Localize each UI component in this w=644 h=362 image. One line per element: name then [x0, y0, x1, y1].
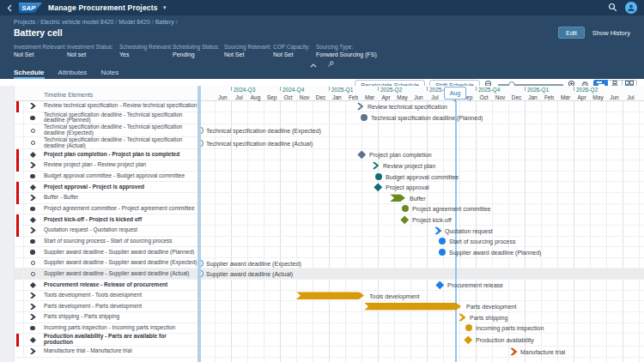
back-icon[interactable] [7, 4, 13, 12]
gantt-row[interactable]: Project kick-off [201, 214, 644, 226]
tab-attributes[interactable]: Attributes [58, 69, 88, 79]
gantt-marker[interactable] [439, 238, 446, 244]
gantt-row[interactable]: Review project plan [201, 160, 644, 172]
table-row[interactable]: Supplier award deadline - Supplier award… [15, 268, 197, 280]
gantt-marker[interactable] [361, 114, 368, 121]
gantt-row[interactable]: Project approval [201, 182, 644, 193]
quarter-label: 2025-Q1 [331, 87, 353, 93]
table-row[interactable]: Review technical specification - Review … [15, 101, 197, 112]
table-row[interactable]: Quotation request - Quotation request [15, 226, 197, 237]
breadcrumb-link[interactable]: Battery [155, 19, 174, 25]
gantt-marker[interactable] [465, 337, 471, 343]
pin-icon[interactable] [327, 56, 334, 71]
table-row[interactable]: Start of sourcing process - Start of sou… [15, 237, 197, 248]
table-row[interactable]: Technical specification deadline - Techn… [15, 124, 197, 137]
gantt-row[interactable]: Parts shipping [201, 312, 644, 323]
breadcrumb[interactable]: Projects / Electric vehicle model 8420 /… [0, 17, 644, 25]
gantt-row[interactable]: Budget approval committee [201, 172, 644, 183]
table-row[interactable]: Manufacture trial - Manufacture trial [15, 347, 197, 358]
gantt-row[interactable]: Project agreement committee [201, 204, 644, 215]
critical-bar [16, 334, 19, 347]
table-row[interactable]: Incoming parts inspection - Incoming par… [15, 323, 197, 335]
gantt-row[interactable]: Project plan completion [201, 149, 644, 160]
gantt-row[interactable]: Technical specification deadline (Actual… [201, 137, 644, 150]
gantt-marker[interactable] [465, 324, 472, 331]
edit-button[interactable]: Edit [558, 27, 585, 39]
show-history-button[interactable]: Show History [592, 29, 630, 37]
gantt-row[interactable]: Review technical specification [201, 101, 644, 112]
table-row[interactable]: Buffer - Buffer [15, 193, 197, 204]
breadcrumb-link[interactable]: Projects [14, 19, 35, 25]
kpi-value: Not Set [14, 51, 62, 57]
milestone-icon [30, 239, 35, 244]
table-row[interactable]: Project plan completion - Project plan i… [15, 149, 197, 160]
criticality-indicator [15, 323, 24, 334]
breadcrumb-link[interactable]: Model 8420 [118, 19, 150, 25]
gantt-marker[interactable] [459, 313, 466, 321]
table-row[interactable]: Parts shipping - Parts shipping [15, 312, 197, 323]
gantt-row[interactable]: Quotation request [201, 226, 644, 237]
gantt-marker-label: Quotation request [445, 227, 493, 233]
gantt-marker[interactable] [359, 152, 365, 158]
table-row[interactable]: Supplier award deadline - Supplier award… [15, 258, 197, 269]
gantt-marker[interactable] [296, 292, 364, 299]
gantt-marker[interactable] [375, 173, 382, 180]
gantt-marker[interactable] [375, 184, 381, 190]
table-row[interactable]: Parts development - Parts development [15, 301, 197, 312]
gantt-row[interactable]: Technical specification deadline (Planne… [201, 112, 644, 125]
chevron-down-icon[interactable]: ▼ [162, 5, 167, 10]
table-row[interactable]: Project kick-off - Project is kicked off [15, 214, 197, 226]
table-row[interactable]: Project approval - Project is approved [15, 182, 197, 193]
search-icon[interactable] [608, 0, 617, 15]
gantt-marker[interactable] [439, 249, 446, 256]
gantt-row[interactable]: Tools development [201, 291, 644, 302]
gantt-marker[interactable] [364, 303, 461, 311]
circle-row-icon [24, 326, 41, 331]
gantt-marker[interactable] [373, 161, 380, 170]
table-row[interactable]: Budget approval committee - Budget appro… [15, 172, 197, 183]
gantt-marker[interactable] [434, 226, 442, 234]
gantt-marker[interactable] [437, 282, 443, 288]
quarter-label: 2026-Q2 [576, 87, 598, 93]
gantt-marker[interactable] [201, 139, 204, 147]
tab-schedule[interactable]: Schedule [14, 69, 45, 79]
gantt-marker[interactable] [201, 127, 204, 135]
month-label: Dec [313, 94, 329, 100]
app-title[interactable]: Manage Procurement Projects [48, 3, 158, 12]
month-label: Apr [378, 94, 394, 100]
gantt-marker[interactable] [390, 194, 405, 202]
arrow-row-icon [24, 227, 41, 233]
avatar[interactable] [625, 2, 637, 14]
table-row[interactable]: Production availability - Parts are avai… [15, 334, 197, 347]
gantt-marker[interactable] [510, 347, 518, 355]
gantt-row[interactable]: Procurement release [201, 280, 644, 291]
gantt-row[interactable]: Production availability [201, 334, 644, 347]
table-row-label: Technical specification deadline - Techn… [41, 124, 197, 136]
breadcrumb-link[interactable]: Electric vehicle model 8420 [40, 19, 113, 25]
milestone-icon [30, 326, 35, 331]
circle-row-icon [24, 250, 41, 255]
gantt-marker[interactable] [402, 217, 408, 223]
gantt-marker[interactable] [357, 102, 364, 111]
table-row[interactable]: Technical specification deadline - Techn… [15, 137, 197, 150]
tab-notes[interactable]: Notes [100, 69, 118, 79]
gantt-row[interactable]: Supplier award deadline (Planned) [201, 247, 644, 258]
gantt-row[interactable]: Start of sourcing process [201, 237, 644, 248]
gantt-row[interactable]: Buffer [201, 193, 644, 204]
gantt-marker[interactable] [402, 205, 409, 212]
table-row[interactable]: Supplier award deadline - Supplier award… [15, 247, 197, 258]
table-row[interactable]: Procurement release - Release of procure… [15, 280, 197, 291]
table-row[interactable]: Tools development - Tools development [15, 291, 197, 302]
gantt-row[interactable]: Parts development [201, 301, 644, 312]
gantt-row[interactable]: Manufacture trial [201, 347, 644, 358]
table-row[interactable]: Review project plan - Review project pla… [15, 160, 197, 172]
gantt-marker[interactable] [201, 270, 204, 278]
gantt-row[interactable]: Incoming parts inspection [201, 323, 644, 335]
table-row[interactable]: Technical specification deadline - Techn… [15, 112, 197, 125]
gantt-row[interactable]: Supplier award deadline (Expected) [201, 258, 644, 269]
table-row[interactable]: Project agreement committee - Project ag… [15, 204, 197, 215]
gantt-marker[interactable] [201, 259, 204, 267]
gantt-row[interactable]: Technical specification deadline (Expect… [201, 124, 644, 137]
collapse-header-icon[interactable] [310, 56, 317, 71]
gantt-row[interactable]: Supplier award deadline (Actual) [201, 268, 644, 280]
